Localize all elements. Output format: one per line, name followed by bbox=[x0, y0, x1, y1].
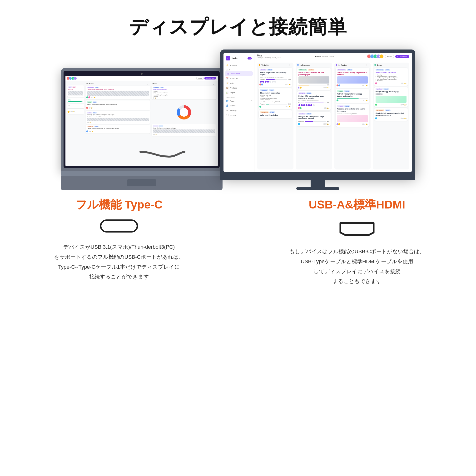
team-icon: 👥 bbox=[226, 100, 228, 102]
settings-icon: ⚙ bbox=[226, 109, 228, 112]
clients-icon: 👤 bbox=[226, 104, 228, 107]
task-card: #products #client Design CRM shop produc… bbox=[297, 91, 331, 110]
sidebar-products-label: Products bbox=[230, 87, 237, 89]
monitor-col-in-review: In Review + ⋯ #development #client bbox=[334, 63, 371, 170]
task-card: #website#client Redesign grab website la… bbox=[86, 111, 150, 124]
filters-button[interactable]: Filters bbox=[196, 77, 204, 80]
col-header: ... bbox=[67, 83, 84, 85]
task-card: #product #client Natverk video platform … bbox=[336, 89, 369, 103]
task-card: #products #client Design CRM shop produc… bbox=[297, 112, 331, 126]
features-section: フル機能 Type-C デバイスがUSB 3.1(スマホ)/Thun-derbo… bbox=[0, 197, 476, 286]
feature-right: USB-A&標準HDMI もしデバイスはフル機能のUSB-Cポートがない場合は、… bbox=[238, 197, 476, 286]
devices-section: Filters + Create task ... bbox=[0, 50, 476, 190]
monitor-frame: ✓ Tasks 18 ⚡ Activites MAIN ▦ Dashboard bbox=[220, 50, 415, 175]
donut-chart-section bbox=[152, 101, 216, 124]
avatar bbox=[379, 54, 384, 59]
laptop: Filters + Create task ... bbox=[61, 68, 227, 190]
monitor: ✓ Tasks 18 ⚡ Activites MAIN ▦ Dashboard bbox=[220, 50, 415, 190]
monitor-col-in-progress: In Progress + ⋯ #dribble shot #product bbox=[296, 63, 332, 170]
filters-button[interactable]: Filters bbox=[385, 55, 394, 58]
monitor-sidebar: ✓ Tasks 18 ⚡ Activites MAIN ▦ Dashboard bbox=[223, 53, 255, 172]
report-icon: 📊 bbox=[226, 91, 228, 94]
task-card: #products#client Design Moil app product… bbox=[152, 124, 216, 136]
col-dot bbox=[259, 64, 260, 66]
col-dot bbox=[336, 64, 337, 66]
sidebar-item-support[interactable]: 💬 Support bbox=[223, 113, 254, 118]
task-card: #website #client Search inspirations for… bbox=[259, 68, 292, 87]
col-header: ● In Review + ⋯ bbox=[86, 83, 150, 85]
support-icon: 💬 bbox=[226, 114, 228, 116]
create-task-button[interactable]: + Create task bbox=[204, 77, 216, 80]
schedule-icon: 📅 bbox=[226, 77, 228, 80]
monitor-avatars bbox=[368, 54, 384, 59]
monitor-stand-pole bbox=[311, 180, 325, 187]
task-card: 90% bbox=[67, 98, 84, 103]
main-heading: ディスプレイと接続簡単 bbox=[0, 0, 476, 40]
laptop-actions: Filters + Create task bbox=[196, 77, 216, 80]
create-task-button[interactable]: + Create task bbox=[395, 55, 409, 58]
task-card: #mobile app #client Ginko mobile app des… bbox=[259, 88, 292, 109]
sidebar-item-activites[interactable]: ⚡ Activites bbox=[223, 63, 254, 68]
note-icon: 📝 bbox=[226, 82, 228, 84]
tasks-badge: 18 bbox=[248, 57, 252, 60]
col-dot bbox=[374, 64, 376, 66]
laptop-camera bbox=[141, 73, 143, 75]
monitor-screen: ✓ Tasks 18 ⚡ Activites MAIN ▦ Dashboard bbox=[223, 53, 412, 172]
task-card: #website #client Redesign grab website l… bbox=[336, 104, 369, 126]
laptop-touchpad bbox=[127, 179, 156, 186]
monitor-main: May Today is Saturday, Jul 9th, 2023 Boa… bbox=[255, 53, 412, 172]
monitor-header: May Today is Saturday, Jul 9th, 2023 Boa… bbox=[255, 53, 412, 60]
laptop-avatars bbox=[67, 77, 77, 80]
task-card: #dev#web and the bbox=[67, 85, 84, 97]
feature-left-title: フル機能 Type-C bbox=[19, 197, 219, 212]
usbc-icon bbox=[100, 220, 138, 233]
sidebar-item-team[interactable]: 👥 Team ▾ bbox=[223, 99, 254, 103]
app-name: Tasks bbox=[232, 57, 238, 60]
monitor-stand-top bbox=[220, 175, 415, 180]
sidebar-item-schedule[interactable]: 📅 Schedule bbox=[223, 76, 254, 81]
avatar bbox=[73, 77, 77, 80]
task-card: ⬜12 🔔8 bbox=[67, 109, 84, 114]
dashboard-icon: ▦ bbox=[227, 72, 230, 75]
task-card: 40% bbox=[67, 104, 84, 108]
feature-left-desc: デバイスがUSB 3.1(スマホ)/Thun-derbolt3(PC) をサポー… bbox=[19, 242, 219, 282]
task-card: #mobile app#client Affitte product full … bbox=[152, 86, 216, 100]
col-dot bbox=[297, 64, 299, 66]
laptop-keyboard bbox=[61, 176, 222, 190]
task-card: #development #client Crypto product land… bbox=[336, 68, 369, 88]
activites-icon: ⚡ bbox=[226, 64, 228, 67]
feature-right-desc: もしデバイスはフル機能のUSB-Cポートがない場合は、 USB-Typeケーブル… bbox=[257, 247, 457, 286]
sidebar-item-clients[interactable]: 👤 Clients bbox=[223, 103, 254, 108]
task-card: #products #client Design Moil app produc… bbox=[374, 87, 408, 107]
sidebar-logo: ✓ Tasks 18 bbox=[223, 55, 254, 61]
sidebar-item-settings[interactable]: ⚙ Settings bbox=[223, 108, 254, 113]
laptop-app-header: Filters + Create task bbox=[66, 76, 218, 81]
hdmi-icon bbox=[338, 220, 376, 237]
sidebar-item-note[interactable]: 📝 Note bbox=[223, 81, 254, 85]
laptop-base bbox=[61, 171, 222, 176]
view-label: Board bbox=[315, 55, 321, 58]
page-title: May bbox=[257, 54, 281, 57]
task-card: #dribble shot #product Wehiu product tas… bbox=[297, 68, 331, 90]
sidebar-item-dashboard[interactable]: ▦ Dashboard bbox=[225, 71, 253, 76]
page-subtitle: Today is Saturday, Jul 9th, 2023 bbox=[257, 57, 281, 59]
task-card: #mobileShop#client Create Odyah app prot… bbox=[86, 125, 150, 133]
laptop-partial-col: ... #dev#web and the 90% bbox=[67, 83, 84, 163]
app-icon: ✓ bbox=[226, 56, 230, 60]
feature-right-title: USB-A&標準HDMI bbox=[257, 197, 457, 212]
sidebar-item-products[interactable]: 📦 Products bbox=[223, 85, 254, 90]
task-card: #mobileShop #client Create Odyah app pro… bbox=[374, 108, 408, 121]
monitor-col-done: Done + ⋯ #mobile app #client Affitt bbox=[373, 63, 409, 170]
col-header: ● Done + ⋯ bbox=[152, 83, 216, 85]
header-right: Filters + Create task bbox=[368, 54, 409, 59]
cable bbox=[138, 142, 186, 161]
monitor-app-ui: ✓ Tasks 18 ⚡ Activites MAIN ▦ Dashboard bbox=[223, 53, 412, 172]
sidebar-item-report[interactable]: 📊 Report bbox=[223, 90, 254, 95]
donut-chart bbox=[177, 105, 191, 119]
header-left: May Today is Saturday, Jul 9th, 2023 bbox=[257, 54, 281, 59]
monitor-col-todo: Todo list + ⋯ #website #client Sear bbox=[257, 63, 293, 170]
task-card: #mobile app #client Affitto product full… bbox=[374, 68, 408, 86]
monitor-board: Todo list + ⋯ #website #client Sear bbox=[255, 60, 412, 172]
feature-left: フル機能 Type-C デバイスがUSB 3.1(スマホ)/Thun-derbo… bbox=[0, 197, 238, 286]
task-card: #product#client Natverk video platform w… bbox=[86, 101, 150, 110]
